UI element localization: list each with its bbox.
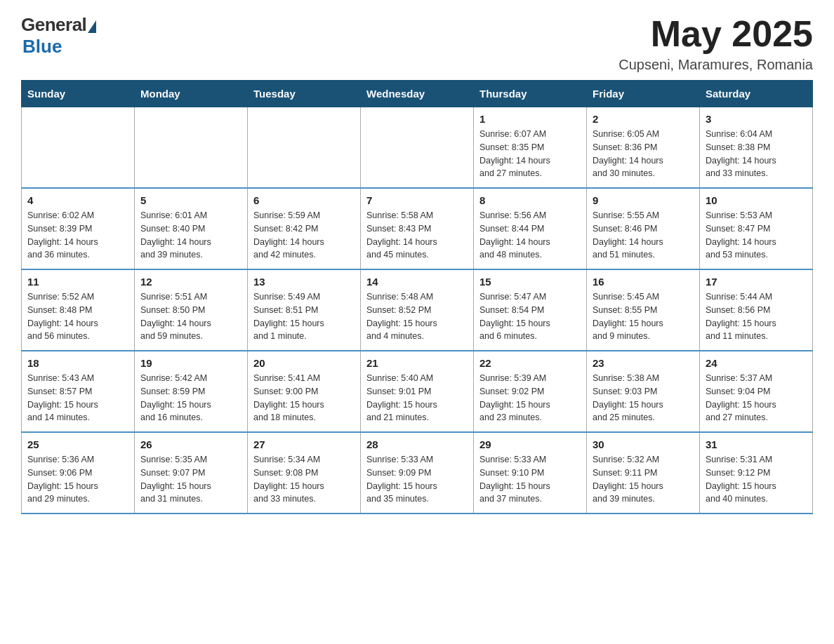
day-info: Sunrise: 5:41 AM Sunset: 9:00 PM Dayligh… — [253, 372, 355, 424]
weekday-header-wednesday: Wednesday — [361, 81, 474, 107]
calendar-cell — [22, 107, 135, 189]
weekday-row: SundayMondayTuesdayWednesdayThursdayFrid… — [22, 81, 813, 107]
calendar-cell: 16Sunrise: 5:45 AM Sunset: 8:55 PM Dayli… — [587, 269, 700, 351]
calendar-cell — [248, 107, 361, 189]
calendar-cell: 7Sunrise: 5:58 AM Sunset: 8:43 PM Daylig… — [361, 188, 474, 269]
day-number: 6 — [253, 194, 355, 206]
day-number: 29 — [479, 438, 581, 450]
day-number: 1 — [479, 113, 581, 125]
calendar-cell: 21Sunrise: 5:40 AM Sunset: 9:01 PM Dayli… — [361, 351, 474, 432]
calendar-week-5: 25Sunrise: 5:36 AM Sunset: 9:06 PM Dayli… — [22, 432, 813, 514]
calendar-cell: 20Sunrise: 5:41 AM Sunset: 9:00 PM Dayli… — [248, 351, 361, 432]
day-info: Sunrise: 5:44 AM Sunset: 8:56 PM Dayligh… — [706, 290, 807, 343]
day-number: 10 — [706, 194, 807, 206]
day-number: 14 — [366, 276, 468, 288]
day-number: 21 — [366, 357, 468, 369]
calendar-cell: 18Sunrise: 5:43 AM Sunset: 8:57 PM Dayli… — [22, 351, 135, 432]
day-number: 20 — [253, 357, 355, 369]
calendar-cell: 24Sunrise: 5:37 AM Sunset: 9:04 PM Dayli… — [700, 351, 813, 432]
day-info: Sunrise: 6:07 AM Sunset: 8:35 PM Dayligh… — [479, 128, 581, 180]
day-number: 2 — [593, 113, 694, 125]
day-info: Sunrise: 5:58 AM Sunset: 8:43 PM Dayligh… — [366, 209, 468, 262]
day-number: 28 — [366, 438, 468, 450]
calendar-cell: 26Sunrise: 5:35 AM Sunset: 9:07 PM Dayli… — [135, 432, 248, 514]
calendar-cell: 17Sunrise: 5:44 AM Sunset: 8:56 PM Dayli… — [700, 269, 813, 351]
day-number: 18 — [27, 357, 128, 369]
calendar-cell: 14Sunrise: 5:48 AM Sunset: 8:52 PM Dayli… — [361, 269, 474, 351]
day-info: Sunrise: 5:36 AM Sunset: 9:06 PM Dayligh… — [27, 453, 128, 506]
weekday-header-saturday: Saturday — [700, 81, 813, 107]
day-info: Sunrise: 5:43 AM Sunset: 8:57 PM Dayligh… — [27, 372, 128, 424]
day-number: 12 — [140, 276, 241, 288]
calendar-cell: 2Sunrise: 6:05 AM Sunset: 8:36 PM Daylig… — [587, 107, 700, 189]
day-info: Sunrise: 5:55 AM Sunset: 8:46 PM Dayligh… — [593, 209, 694, 262]
calendar-cell: 4Sunrise: 6:02 AM Sunset: 8:39 PM Daylig… — [22, 188, 135, 269]
day-info: Sunrise: 6:02 AM Sunset: 8:39 PM Dayligh… — [27, 209, 128, 262]
calendar-cell: 27Sunrise: 5:34 AM Sunset: 9:08 PM Dayli… — [248, 432, 361, 514]
day-info: Sunrise: 6:05 AM Sunset: 8:36 PM Dayligh… — [593, 128, 694, 180]
logo-blue-text: Blue — [22, 36, 62, 58]
page-header: General Blue May 2025 Cupseni, Maramures… — [21, 14, 813, 73]
month-title: May 2025 — [618, 14, 813, 54]
day-number: 5 — [140, 194, 241, 206]
day-number: 13 — [253, 276, 355, 288]
calendar-cell: 29Sunrise: 5:33 AM Sunset: 9:10 PM Dayli… — [474, 432, 587, 514]
calendar-week-3: 11Sunrise: 5:52 AM Sunset: 8:48 PM Dayli… — [22, 269, 813, 351]
day-info: Sunrise: 5:53 AM Sunset: 8:47 PM Dayligh… — [706, 209, 807, 262]
calendar-cell: 31Sunrise: 5:31 AM Sunset: 9:12 PM Dayli… — [700, 432, 813, 514]
day-info: Sunrise: 5:59 AM Sunset: 8:42 PM Dayligh… — [253, 209, 355, 262]
calendar-header: SundayMondayTuesdayWednesdayThursdayFrid… — [22, 81, 813, 107]
day-info: Sunrise: 5:56 AM Sunset: 8:44 PM Dayligh… — [479, 209, 581, 262]
day-info: Sunrise: 5:42 AM Sunset: 8:59 PM Dayligh… — [140, 372, 241, 424]
day-info: Sunrise: 6:01 AM Sunset: 8:40 PM Dayligh… — [140, 209, 241, 262]
day-number: 8 — [479, 194, 581, 206]
calendar-cell: 9Sunrise: 5:55 AM Sunset: 8:46 PM Daylig… — [587, 188, 700, 269]
weekday-header-friday: Friday — [587, 81, 700, 107]
calendar-week-1: 1Sunrise: 6:07 AM Sunset: 8:35 PM Daylig… — [22, 107, 813, 189]
calendar-cell: 22Sunrise: 5:39 AM Sunset: 9:02 PM Dayli… — [474, 351, 587, 432]
calendar-cell: 30Sunrise: 5:32 AM Sunset: 9:11 PM Dayli… — [587, 432, 700, 514]
day-number: 22 — [479, 357, 581, 369]
location-text: Cupseni, Maramures, Romania — [618, 57, 813, 73]
day-number: 31 — [706, 438, 807, 450]
calendar-cell — [361, 107, 474, 189]
day-number: 27 — [253, 438, 355, 450]
day-info: Sunrise: 5:39 AM Sunset: 9:02 PM Dayligh… — [479, 372, 581, 424]
calendar-cell: 5Sunrise: 6:01 AM Sunset: 8:40 PM Daylig… — [135, 188, 248, 269]
day-info: Sunrise: 5:31 AM Sunset: 9:12 PM Dayligh… — [706, 453, 807, 506]
calendar-cell — [135, 107, 248, 189]
day-number: 26 — [140, 438, 241, 450]
day-info: Sunrise: 5:34 AM Sunset: 9:08 PM Dayligh… — [253, 453, 355, 506]
day-number: 17 — [706, 276, 807, 288]
day-number: 24 — [706, 357, 807, 369]
calendar-cell: 3Sunrise: 6:04 AM Sunset: 8:38 PM Daylig… — [700, 107, 813, 189]
day-info: Sunrise: 5:45 AM Sunset: 8:55 PM Dayligh… — [593, 290, 694, 343]
calendar-body: 1Sunrise: 6:07 AM Sunset: 8:35 PM Daylig… — [22, 107, 813, 514]
day-number: 9 — [593, 194, 694, 206]
calendar-cell: 1Sunrise: 6:07 AM Sunset: 8:35 PM Daylig… — [474, 107, 587, 189]
calendar-cell: 19Sunrise: 5:42 AM Sunset: 8:59 PM Dayli… — [135, 351, 248, 432]
calendar-cell: 15Sunrise: 5:47 AM Sunset: 8:54 PM Dayli… — [474, 269, 587, 351]
calendar-cell: 23Sunrise: 5:38 AM Sunset: 9:03 PM Dayli… — [587, 351, 700, 432]
logo: General Blue — [21, 14, 96, 58]
calendar-week-4: 18Sunrise: 5:43 AM Sunset: 8:57 PM Dayli… — [22, 351, 813, 432]
day-info: Sunrise: 5:37 AM Sunset: 9:04 PM Dayligh… — [706, 372, 807, 424]
day-info: Sunrise: 5:47 AM Sunset: 8:54 PM Dayligh… — [479, 290, 581, 343]
weekday-header-thursday: Thursday — [474, 81, 587, 107]
calendar-cell: 12Sunrise: 5:51 AM Sunset: 8:50 PM Dayli… — [135, 269, 248, 351]
weekday-header-monday: Monday — [135, 81, 248, 107]
day-number: 11 — [27, 276, 128, 288]
day-number: 4 — [27, 194, 128, 206]
weekday-header-tuesday: Tuesday — [248, 81, 361, 107]
calendar-cell: 13Sunrise: 5:49 AM Sunset: 8:51 PM Dayli… — [248, 269, 361, 351]
day-info: Sunrise: 5:35 AM Sunset: 9:07 PM Dayligh… — [140, 453, 241, 506]
day-number: 30 — [593, 438, 694, 450]
calendar-cell: 6Sunrise: 5:59 AM Sunset: 8:42 PM Daylig… — [248, 188, 361, 269]
day-number: 3 — [706, 113, 807, 125]
day-info: Sunrise: 6:04 AM Sunset: 8:38 PM Dayligh… — [706, 128, 807, 180]
day-info: Sunrise: 5:52 AM Sunset: 8:48 PM Dayligh… — [27, 290, 128, 343]
day-info: Sunrise: 5:33 AM Sunset: 9:10 PM Dayligh… — [479, 453, 581, 506]
day-number: 16 — [593, 276, 694, 288]
calendar-table: SundayMondayTuesdayWednesdayThursdayFrid… — [21, 80, 813, 514]
title-block: May 2025 Cupseni, Maramures, Romania — [618, 14, 813, 73]
